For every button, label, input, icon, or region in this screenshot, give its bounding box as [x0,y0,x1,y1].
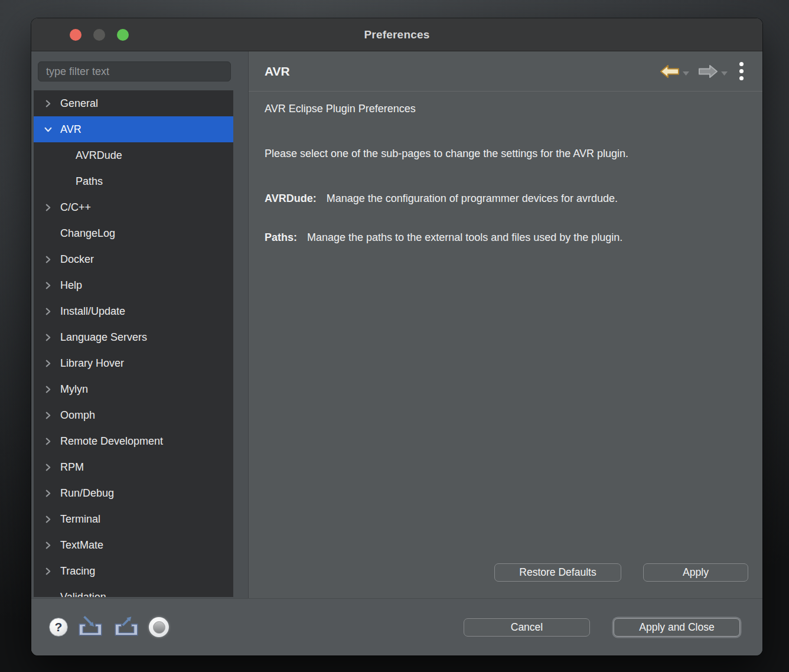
tree-item-label: Run/Debug [60,487,114,500]
chevron-right-icon[interactable] [44,256,60,263]
zoom-window-button[interactable] [117,29,129,41]
help-icon: ? [55,620,63,634]
chevron-right-icon[interactable] [44,516,60,523]
tree-item-label: RPM [60,461,84,474]
intro-text: AVR Eclipse Plugin Preferences [265,101,745,116]
main-area: General AVR AVRDude Paths C/C++ [31,51,762,599]
tree-item-label: Validation [60,591,106,598]
tree-item-validation[interactable]: Validation [34,584,233,597]
content-panel: AVR [249,51,762,598]
tree-item-label: Language Servers [60,331,147,344]
tree-item-terminal[interactable]: Terminal [34,506,233,532]
tree-item-mylyn[interactable]: Mylyn [34,376,233,402]
overflow-menu-icon [739,62,744,66]
tree-item-install-update[interactable]: Install/Update [34,298,233,324]
chevron-right-icon[interactable] [44,438,60,445]
titlebar[interactable]: Preferences [31,18,762,51]
tree-item-label: Tracing [60,565,95,578]
forward-dropdown-icon [721,71,728,76]
back-dropdown-icon [683,71,689,76]
minimize-window-button[interactable] [93,29,105,41]
tree-item-label: AVR [60,123,81,136]
tree-item-paths[interactable]: Paths [34,168,233,194]
apply-button[interactable]: Apply [643,563,748,582]
chevron-right-icon[interactable] [44,282,60,289]
chevron-right-icon[interactable] [44,308,60,315]
overflow-menu-icon [739,69,744,73]
chevron-right-icon[interactable] [44,360,60,367]
page-action-row: Restore Defaults Apply [494,563,748,582]
paths-entry: Paths:Manage the paths to the external t… [265,230,745,245]
chevron-right-icon[interactable] [44,541,60,549]
preferences-tree[interactable]: General AVR AVRDude Paths C/C++ [34,90,233,597]
tree-item-label: Terminal [60,513,100,526]
tree-item-oomph[interactable]: Oomph [34,402,233,428]
back-dropdown-button[interactable] [683,67,689,78]
instruction-text: Please select one of the sub-pages to ch… [265,146,745,161]
forward-dropdown-button[interactable] [721,67,728,78]
preferences-window: Preferences General AVR AVRDude [31,18,762,655]
tree-item-run-debug[interactable]: Run/Debug [34,480,233,506]
tree-item-label: TextMate [60,539,103,552]
tree-item-label: Mylyn [60,383,88,396]
import-button[interactable] [77,614,104,640]
bottom-bar: ? Cancel Apply and Close [31,599,762,655]
overflow-menu-button[interactable] [738,61,745,81]
overflow-menu-icon [739,76,744,80]
chevron-right-icon[interactable] [44,464,60,471]
chevron-right-icon [44,593,60,598]
header-actions [660,61,745,81]
export-button[interactable] [113,614,140,640]
page-title: AVR [265,64,290,79]
tree-item-label: Remote Development [60,435,163,448]
tree-item-library-hover[interactable]: Library Hover [34,350,233,376]
avrdude-entry: AVRDude:Manage the configuration of prog… [265,191,745,206]
tree-item-avrdude[interactable]: AVRDude [34,142,233,168]
traffic-lights [70,29,129,41]
tree-item-c-c-[interactable]: C/C++ [34,194,233,220]
tree-item-label: Docker [60,253,94,266]
chevron-right-icon [60,178,76,185]
chevron-down-icon[interactable] [44,126,60,133]
close-window-button[interactable] [70,29,81,41]
chevron-right-icon[interactable] [44,100,60,107]
preference-recorder-icon [153,621,165,634]
content-body: AVR Eclipse Plugin Preferences Please se… [249,92,762,245]
chevron-right-icon[interactable] [44,386,60,393]
preference-recorder-button[interactable] [149,617,169,637]
tree-item-docker[interactable]: Docker [34,246,233,272]
tree-item-remote-development[interactable]: Remote Development [34,428,233,454]
forward-button[interactable] [698,64,718,79]
export-icon [113,614,140,638]
chevron-right-icon [60,152,76,159]
tree-item-label: Help [60,279,82,292]
back-button[interactable] [660,64,680,79]
tree-item-label: General [60,97,98,110]
tree-item-general[interactable]: General [34,90,233,116]
tree-item-label: Install/Update [60,305,125,318]
tree-item-tracing[interactable]: Tracing [34,558,233,584]
tree-item-language-servers[interactable]: Language Servers [34,324,233,350]
tree-item-avr[interactable]: AVR [34,116,233,142]
help-button[interactable]: ? [49,618,68,637]
footer-buttons: Cancel Apply and Close [464,618,740,637]
avrdude-description: Manage the configuration of programmer d… [327,193,618,204]
tree-item-rpm[interactable]: RPM [34,454,233,480]
chevron-right-icon [44,230,60,237]
window-title: Preferences [364,28,430,41]
import-icon [77,614,104,638]
cancel-button[interactable]: Cancel [464,618,590,637]
chevron-right-icon[interactable] [44,334,60,341]
chevron-right-icon[interactable] [44,204,60,211]
apply-and-close-button[interactable]: Apply and Close [614,618,740,637]
paths-description: Manage the paths to the external tools a… [307,231,622,243]
restore-defaults-button[interactable]: Restore Defaults [494,563,621,582]
chevron-right-icon[interactable] [44,412,60,419]
tree-item-changelog[interactable]: ChangeLog [34,220,233,246]
chevron-right-icon[interactable] [44,490,60,497]
tree-item-textmate[interactable]: TextMate [34,532,233,558]
paths-term: Paths: [265,231,297,243]
filter-input[interactable] [38,61,231,81]
tree-item-help[interactable]: Help [34,272,233,298]
chevron-right-icon[interactable] [44,567,60,575]
